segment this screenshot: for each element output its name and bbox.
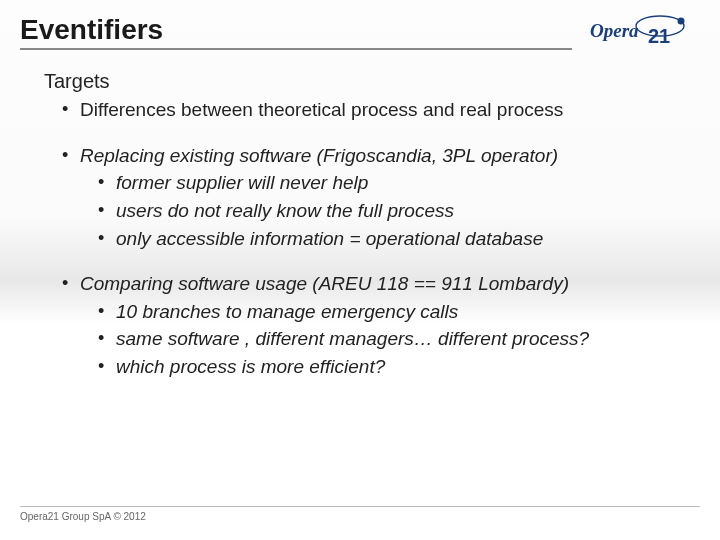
bullet-icon: • bbox=[98, 226, 116, 250]
bullet-text: former supplier will never help bbox=[116, 170, 368, 196]
bullet-text: Differences between theoretical process … bbox=[80, 97, 563, 123]
bullet-text: users do not really know the full proces… bbox=[116, 198, 454, 224]
bullet-text: only accessible information = operationa… bbox=[116, 226, 543, 252]
bullet-icon: • bbox=[62, 271, 80, 295]
svg-text:Opera: Opera bbox=[590, 20, 639, 41]
bullet-text: which process is more efficient? bbox=[116, 354, 385, 380]
slide-body: Targets • Differences between theoretica… bbox=[0, 50, 720, 380]
bullet-icon: • bbox=[62, 97, 80, 121]
bullet-text: Comparing software usage (AREU 118 == 91… bbox=[80, 271, 569, 297]
bullet-text: same software , different managers… diff… bbox=[116, 326, 589, 352]
svg-point-1 bbox=[678, 18, 685, 25]
footer-copyright: Opera21 Group SpA © 2012 bbox=[20, 506, 700, 522]
bullet-text: 10 branches to manage emergency calls bbox=[116, 299, 458, 325]
opera21-logo: Opera 21 bbox=[582, 12, 692, 50]
bullet-icon: • bbox=[98, 198, 116, 222]
svg-text:21: 21 bbox=[648, 25, 670, 47]
bullet-icon: • bbox=[98, 354, 116, 378]
slide-title: Eventifiers bbox=[20, 14, 572, 50]
targets-heading: Targets bbox=[44, 68, 680, 95]
bullet-text: Replacing existing software (Frigoscandi… bbox=[80, 143, 558, 169]
bullet-icon: • bbox=[98, 170, 116, 194]
bullet-icon: • bbox=[62, 143, 80, 167]
bullet-icon: • bbox=[98, 326, 116, 350]
bullet-icon: • bbox=[98, 299, 116, 323]
